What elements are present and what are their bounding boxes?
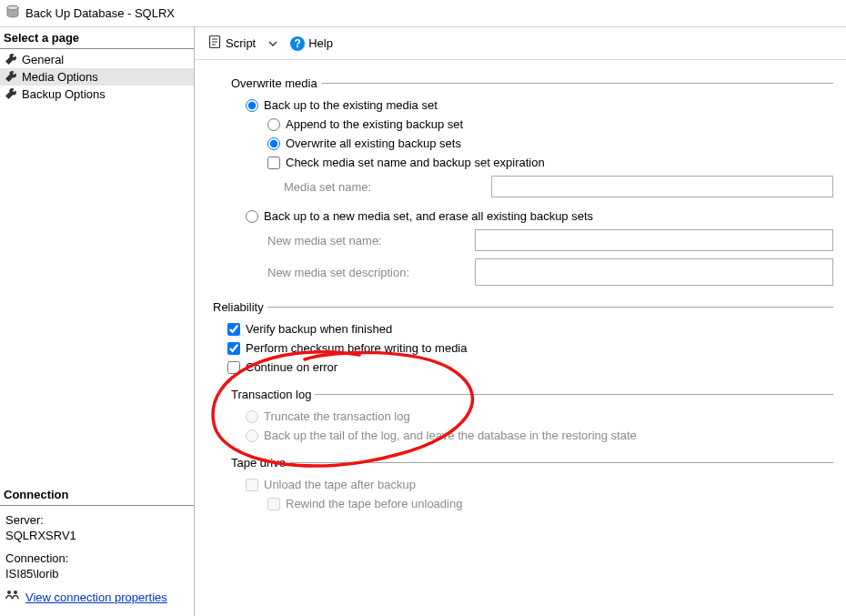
help-icon: ? xyxy=(290,36,305,51)
script-dropdown[interactable] xyxy=(265,39,281,48)
radio-backup-tail: Back up the tail of the log, and leave t… xyxy=(231,426,833,445)
check-media-set-name[interactable]: Check media set name and backup set expi… xyxy=(231,153,833,172)
media-options-panel: Overwrite media Back up to the existing … xyxy=(195,60,846,537)
overwrite-media-group: Overwrite media Back up to the existing … xyxy=(231,76,833,293)
sidebar-item-media-options[interactable]: Media Options xyxy=(0,68,194,86)
wrench-icon xyxy=(5,71,18,84)
select-page-heading: Select a page xyxy=(0,27,194,49)
transaction-log-group: Transaction log Truncate the transaction… xyxy=(231,388,833,449)
new-media-desc-input[interactable] xyxy=(475,258,833,286)
sidebar-item-backup-options[interactable]: Backup Options xyxy=(0,86,194,103)
new-media-name-label: New media set name: xyxy=(267,234,468,247)
tape-drive-legend: Tape drive xyxy=(231,456,289,470)
check-verify-backup[interactable]: Verify backup when finished xyxy=(213,319,833,338)
chevron-down-icon xyxy=(268,39,277,48)
check-unload-tape: Unload the tape after backup xyxy=(231,475,833,494)
media-set-name-input[interactable] xyxy=(491,176,833,197)
radio-overwrite-all[interactable]: Overwrite all existing backup sets xyxy=(231,134,833,153)
radio-append-existing[interactable]: Append to the existing backup set xyxy=(231,115,833,134)
wrench-icon xyxy=(5,54,18,66)
svg-point-3 xyxy=(14,591,17,594)
new-media-name-input[interactable] xyxy=(475,229,833,251)
content-area: Script ? Help Overwrite media Back up to… xyxy=(195,27,846,616)
overwrite-media-legend: Overwrite media xyxy=(231,76,321,90)
sidebar-item-label: General xyxy=(22,53,64,66)
titlebar: Back Up Database - SQLRX xyxy=(0,0,846,27)
new-media-desc-label: New media set description: xyxy=(267,266,468,279)
server-label: Server: xyxy=(4,511,190,529)
tape-drive-group: Tape drive Unload the tape after backup … xyxy=(231,456,833,517)
view-connection-properties-link[interactable]: View connection properties xyxy=(25,591,167,604)
radio-existing-media-set[interactable]: Back up to the existing media set xyxy=(231,96,833,115)
check-rewind-tape: Rewind the tape before unloading xyxy=(231,494,833,513)
radio-truncate-log: Truncate the transaction log xyxy=(231,407,833,426)
sidebar-item-label: Media Options xyxy=(22,70,98,84)
svg-point-2 xyxy=(7,591,11,594)
connection-info: Server: SQLRXSRV1 Connection: ISI85\lori… xyxy=(0,506,194,616)
svg-point-1 xyxy=(7,5,18,10)
transaction-log-legend: Transaction log xyxy=(231,388,315,401)
toolbar: Script ? Help xyxy=(195,27,846,60)
script-button-label: Script xyxy=(226,36,256,50)
media-set-name-row: Media set name: xyxy=(231,172,833,201)
connection-value: ISI85\lorib xyxy=(4,567,190,588)
connection-heading: Connection xyxy=(0,484,194,506)
page-list: General Media Options Backup Options xyxy=(0,49,194,105)
sidebar: Select a page General Media Options Back… xyxy=(0,27,195,616)
server-value: SQLRXSRV1 xyxy=(4,529,190,550)
script-icon xyxy=(207,35,222,52)
new-media-desc-row: New media set description: xyxy=(231,255,833,289)
connection-props-icon xyxy=(5,590,20,605)
sidebar-item-general[interactable]: General xyxy=(0,51,194,68)
media-set-name-label: Media set name: xyxy=(284,180,484,194)
help-button[interactable]: ? Help xyxy=(287,35,337,53)
reliability-legend: Reliability xyxy=(213,300,267,314)
radio-new-media-set[interactable]: Back up to a new media set, and erase al… xyxy=(231,207,833,226)
wrench-icon xyxy=(5,88,18,101)
check-continue-on-error[interactable]: Continue on error xyxy=(213,358,833,377)
new-media-name-row: New media set name: xyxy=(231,226,833,255)
reliability-group: Reliability Verify backup when finished … xyxy=(213,300,833,380)
check-perform-checksum[interactable]: Perform checksum before writing to media xyxy=(213,338,833,358)
window-title: Back Up Database - SQLRX xyxy=(25,6,175,20)
script-button[interactable]: Script xyxy=(204,33,259,54)
help-button-label: Help xyxy=(308,36,333,50)
sidebar-item-label: Backup Options xyxy=(22,87,106,101)
database-icon xyxy=(5,5,25,22)
connection-label: Connection: xyxy=(4,550,190,567)
